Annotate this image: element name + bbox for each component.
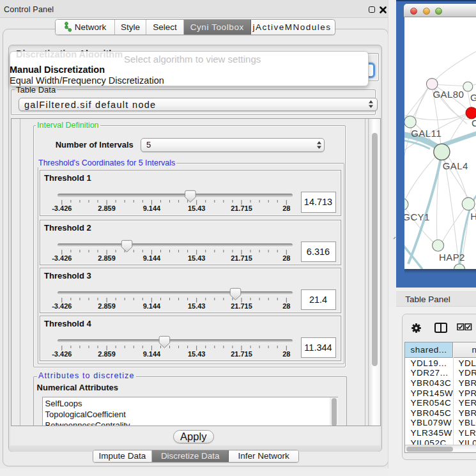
svg-text:GCY1: GCY1 bbox=[404, 211, 430, 222]
svg-text:28: 28 bbox=[282, 350, 290, 358]
svg-text:GAL4: GAL4 bbox=[442, 160, 468, 171]
svg-text:CBF1: CBF1 bbox=[472, 118, 476, 128]
svg-text:9.144: 9.144 bbox=[143, 254, 161, 262]
svg-text:-3.426: -3.426 bbox=[52, 254, 72, 262]
svg-text:2.859: 2.859 bbox=[98, 302, 116, 310]
svg-text:21.715: 21.715 bbox=[231, 302, 252, 310]
svg-text:21.715: 21.715 bbox=[231, 204, 252, 212]
svg-text:-3.426: -3.426 bbox=[52, 302, 72, 310]
svg-text:-3.426: -3.426 bbox=[52, 204, 72, 212]
svg-text:9.144: 9.144 bbox=[143, 204, 161, 212]
svg-text:28: 28 bbox=[282, 302, 290, 310]
svg-text:-3.426: -3.426 bbox=[52, 350, 72, 358]
svg-text:GAL80: GAL80 bbox=[433, 89, 464, 100]
svg-text:2.859: 2.859 bbox=[98, 350, 116, 358]
svg-text:15.43: 15.43 bbox=[188, 254, 206, 262]
svg-text:21.715: 21.715 bbox=[231, 350, 252, 358]
svg-text:GAL11: GAL11 bbox=[411, 128, 441, 139]
svg-text:2.859: 2.859 bbox=[98, 254, 116, 262]
svg-text:15.43: 15.43 bbox=[188, 350, 206, 358]
svg-text:9.144: 9.144 bbox=[143, 302, 161, 310]
svg-text:HAP2: HAP2 bbox=[470, 211, 476, 222]
svg-text:28: 28 bbox=[282, 204, 290, 212]
svg-text:HAP2: HAP2 bbox=[439, 252, 465, 263]
svg-text:15.43: 15.43 bbox=[188, 204, 206, 212]
svg-text:2.859: 2.859 bbox=[98, 204, 116, 212]
svg-text:15.43: 15.43 bbox=[188, 302, 206, 310]
svg-text:GAL7: GAL7 bbox=[470, 92, 476, 103]
svg-text:9.144: 9.144 bbox=[143, 350, 161, 358]
svg-text:21.715: 21.715 bbox=[231, 254, 252, 262]
svg-text:28: 28 bbox=[282, 254, 290, 262]
